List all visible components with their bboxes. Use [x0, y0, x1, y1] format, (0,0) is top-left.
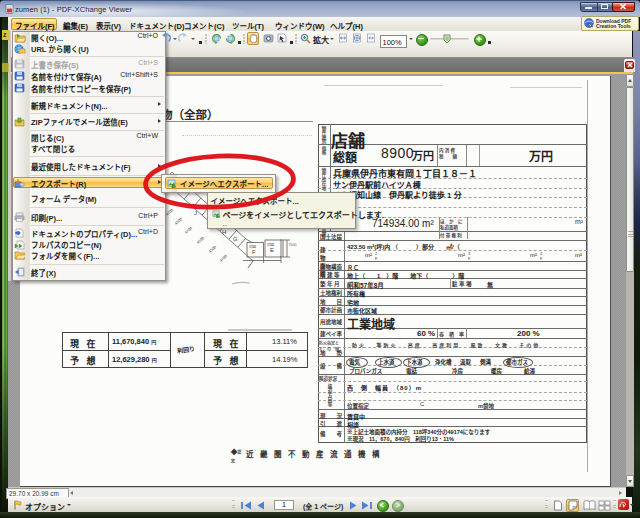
- svg-text:J: J: [194, 210, 197, 216]
- svg-text:4300: 4300: [208, 245, 217, 253]
- svg-text:E: E: [270, 247, 274, 253]
- svg-text:7500: 7500: [289, 243, 297, 247]
- svg-text:4700: 4700: [165, 208, 174, 216]
- svg-text:切図: 切図: [249, 244, 257, 249]
- svg-text:4300: 4300: [174, 217, 183, 225]
- svg-text:H: H: [222, 229, 226, 235]
- svg-text:F: F: [252, 249, 256, 255]
- svg-text:G: G: [233, 236, 238, 242]
- svg-text:4100: 4100: [196, 236, 205, 244]
- svg-text:切図: 切図: [267, 242, 275, 247]
- svg-text:4700: 4700: [184, 226, 193, 234]
- svg-text:4700: 4700: [219, 254, 228, 262]
